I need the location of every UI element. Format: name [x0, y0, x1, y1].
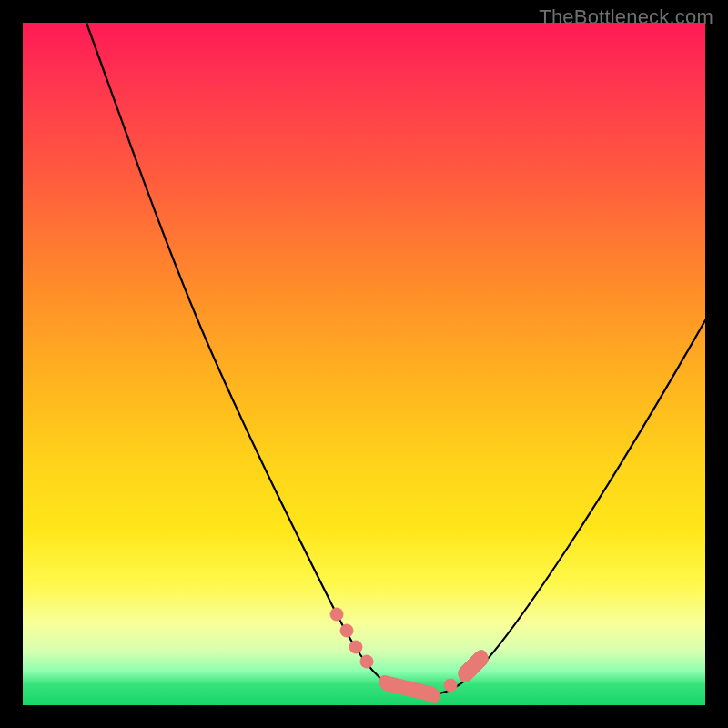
plot-area [23, 23, 705, 705]
bead-capsule [459, 650, 489, 682]
bottleneck-curve [86, 23, 705, 694]
outer-frame: TheBottleneck.com [0, 0, 728, 728]
watermark-text: TheBottleneck.com [539, 5, 713, 29]
bead-dot [340, 624, 353, 637]
bead-capsule [379, 676, 440, 703]
bead-dot [444, 679, 457, 692]
bead-dot [360, 655, 373, 668]
bead-dot [349, 641, 362, 653]
bead-dot [330, 608, 343, 621]
trough-beads [330, 608, 488, 702]
curve-svg [23, 23, 705, 705]
